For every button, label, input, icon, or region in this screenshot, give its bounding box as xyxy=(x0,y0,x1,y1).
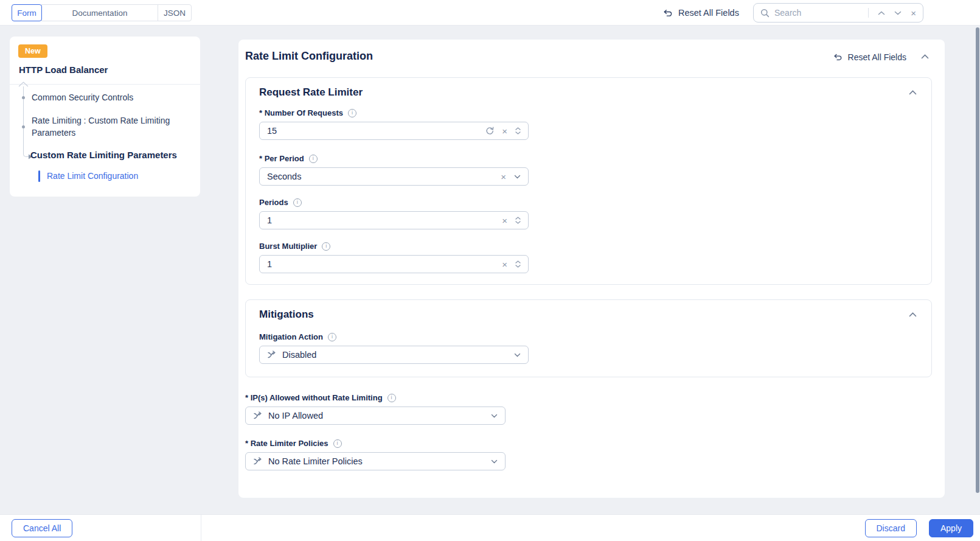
info-glyph: i xyxy=(313,156,314,161)
number-of-requests-field: * Number Of Requests i 15 × xyxy=(259,108,529,140)
undo-icon xyxy=(662,9,673,18)
tree-bullet-icon xyxy=(22,125,25,128)
chevron-down-icon[interactable] xyxy=(514,353,521,357)
periods-field: Periods i 1 × xyxy=(259,198,529,229)
vertical-scrollbar[interactable] xyxy=(976,27,979,493)
mitigation-action-field: Mitigation Action i Disabled xyxy=(259,332,529,364)
ips-allowed-select[interactable]: No IP Allowed xyxy=(245,407,506,425)
info-icon[interactable]: i xyxy=(348,109,356,117)
ips-allowed-field: * IP(s) Allowed without Rate Limiting i … xyxy=(245,393,506,425)
chevron-down-icon[interactable] xyxy=(514,175,521,179)
section-collapse-icon[interactable] xyxy=(909,90,917,95)
sidebar-item-rate-limit-configuration[interactable]: Rate Limit Configuration xyxy=(47,171,138,181)
field-label: Burst Multiplier xyxy=(259,242,317,251)
per-period-select[interactable]: Seconds × xyxy=(259,167,529,186)
periods-input[interactable]: 1 × xyxy=(259,211,529,229)
info-icon[interactable]: i xyxy=(309,155,318,163)
number-stepper[interactable] xyxy=(515,217,521,224)
input-value: 1 xyxy=(267,215,502,225)
divider xyxy=(201,515,201,541)
search-input[interactable] xyxy=(774,8,868,18)
search-next-icon[interactable] xyxy=(894,11,902,15)
sidebar-item-rate-limiting[interactable]: Rate Limiting : Custom Rate Limiting Par… xyxy=(32,114,180,139)
divider xyxy=(868,8,869,18)
info-glyph: i xyxy=(391,395,392,400)
one-of-branch-icon xyxy=(253,411,263,420)
panel-title: Rate Limit Configuration xyxy=(245,50,373,63)
info-glyph: i xyxy=(332,334,333,340)
tab-json[interactable]: JSON xyxy=(158,4,192,21)
field-label: * Number Of Requests xyxy=(259,108,343,117)
sidebar-title: HTTP Load Balancer xyxy=(19,65,108,75)
number-stepper[interactable] xyxy=(515,260,521,268)
new-badge: New xyxy=(18,44,47,58)
select-value: Disabled xyxy=(282,350,514,360)
section-title: Request Rate Limiter xyxy=(259,86,363,99)
info-icon[interactable]: i xyxy=(333,439,342,448)
panel-collapse-icon[interactable] xyxy=(921,54,929,59)
discard-button[interactable]: Discard xyxy=(865,519,917,537)
rate-limiter-policies-select[interactable]: No Rate Limiter Policies xyxy=(245,452,506,470)
input-value: 1 xyxy=(267,259,502,269)
field-label: * Per Period xyxy=(259,154,304,163)
mitigation-action-select[interactable]: Disabled xyxy=(259,346,529,364)
mitigations-section: Mitigations Mitigation Action i Disabled xyxy=(245,299,932,377)
field-label: * IP(s) Allowed without Rate Limiting xyxy=(245,393,383,402)
field-label: Mitigation Action xyxy=(259,332,323,341)
clear-icon[interactable]: × xyxy=(502,127,507,136)
select-value: No Rate Limiter Policies xyxy=(268,456,491,466)
view-tabs: Form Documentation JSON xyxy=(12,4,192,21)
reset-all-fields-label: Reset All Fields xyxy=(678,8,739,18)
select-value: No IP Allowed xyxy=(268,411,491,421)
section-collapse-icon[interactable] xyxy=(909,312,917,317)
info-icon[interactable]: i xyxy=(387,394,396,402)
panel-reset-all-fields-button[interactable]: Reset All Fields xyxy=(833,52,906,62)
sidebar-item-custom-rate-limiting-parameters[interactable]: Custom Rate Limiting Parameters xyxy=(30,150,177,160)
info-glyph: i xyxy=(297,200,298,205)
input-value: 15 xyxy=(267,126,485,136)
search-close-icon[interactable]: × xyxy=(911,9,916,18)
apply-button[interactable]: Apply xyxy=(929,519,973,537)
clear-icon[interactable]: × xyxy=(501,172,506,181)
search-prev-icon[interactable] xyxy=(878,11,885,15)
info-icon[interactable]: i xyxy=(293,198,302,207)
reset-field-icon[interactable] xyxy=(485,127,494,135)
sidebar-item-common-security-controls[interactable]: Common Security Controls xyxy=(32,92,133,102)
info-glyph: i xyxy=(337,441,338,446)
navigation-sidebar: New HTTP Load Balancer Common Security C… xyxy=(10,37,200,197)
panel-reset-label: Reset All Fields xyxy=(848,52,906,62)
per-period-field: * Per Period i Seconds × xyxy=(259,154,529,186)
field-label: Periods xyxy=(259,198,288,207)
field-label: * Rate Limiter Policies xyxy=(245,439,328,448)
tree-bullet-icon xyxy=(22,96,25,99)
section-title: Mitigations xyxy=(259,309,314,321)
info-icon[interactable]: i xyxy=(322,242,330,251)
one-of-branch-icon xyxy=(267,351,277,359)
request-rate-limiter-section: Request Rate Limiter * Number Of Request… xyxy=(245,77,932,285)
reset-all-fields-button[interactable]: Reset All Fields xyxy=(662,0,739,26)
cancel-all-button[interactable]: Cancel All xyxy=(12,519,72,537)
rate-limit-configuration-panel: Rate Limit Configuration Reset All Field… xyxy=(238,40,945,498)
info-glyph: i xyxy=(352,110,353,116)
burst-multiplier-field: Burst Multiplier i 1 × xyxy=(259,242,529,273)
number-stepper[interactable] xyxy=(515,127,521,134)
active-item-indicator xyxy=(38,170,40,182)
burst-multiplier-input[interactable]: 1 × xyxy=(259,255,529,273)
search-box: × xyxy=(753,3,923,23)
chevron-down-icon[interactable] xyxy=(491,414,498,418)
info-icon[interactable]: i xyxy=(328,333,336,341)
number-of-requests-input[interactable]: 15 × xyxy=(259,122,529,140)
top-bar: Form Documentation JSON Reset All Fields xyxy=(0,0,980,26)
undo-icon xyxy=(833,53,843,61)
clear-icon[interactable]: × xyxy=(502,216,507,225)
select-value: Seconds xyxy=(267,172,501,181)
tab-form[interactable]: Form xyxy=(12,4,42,21)
divider xyxy=(10,84,200,85)
tab-documentation[interactable]: Documentation xyxy=(41,4,158,21)
chevron-down-icon[interactable] xyxy=(491,459,498,464)
clear-icon[interactable]: × xyxy=(502,260,507,269)
footer-bar: Cancel All Discard Apply xyxy=(0,514,980,541)
rate-limiter-policies-field: * Rate Limiter Policies i No Rate Limite… xyxy=(245,439,506,470)
search-icon xyxy=(760,9,770,18)
info-glyph: i xyxy=(325,243,327,249)
